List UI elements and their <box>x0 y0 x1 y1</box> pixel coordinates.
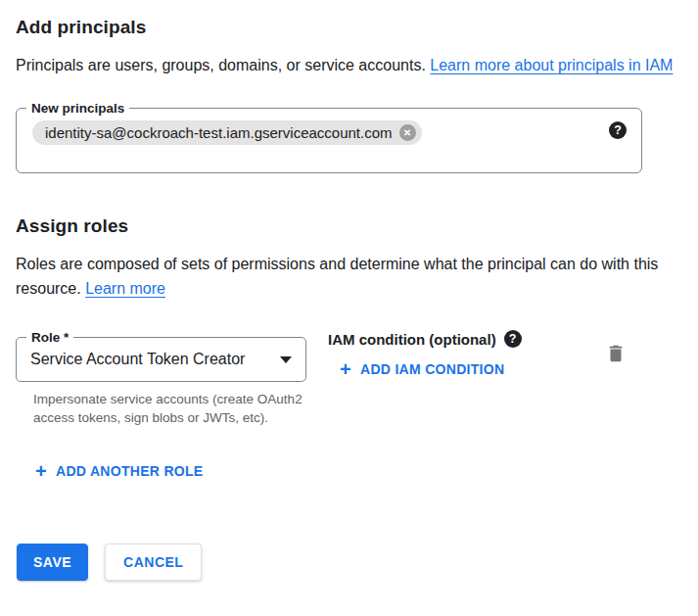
role-label: Role * <box>26 329 73 346</box>
dropdown-arrow-icon <box>280 356 292 363</box>
new-principals-help-icon[interactable]: ? <box>609 121 627 139</box>
trash-icon <box>605 353 627 367</box>
remove-principal-icon[interactable]: ✕ <box>399 124 416 141</box>
principal-chip-value: identity-sa@cockroach-test.iam.gservicea… <box>45 124 393 141</box>
plus-icon: + <box>35 463 47 479</box>
add-principals-panel: Add principals Principals are users, gro… <box>0 0 698 600</box>
delete-role-column <box>605 343 627 368</box>
principals-description: Principals are users, groups, domains, o… <box>16 53 674 77</box>
dialog-actions: SAVE CANCEL <box>16 544 682 581</box>
assign-roles-title: Assign roles <box>16 215 682 237</box>
iam-condition-label: IAM condition (optional) <box>328 331 496 348</box>
role-helper-text: Impersonate service accounts (create OAu… <box>33 390 312 427</box>
add-iam-condition-label: ADD IAM CONDITION <box>360 361 504 377</box>
new-principals-label: New principals <box>26 100 129 117</box>
delete-role-button[interactable] <box>605 343 627 367</box>
learn-more-principals-link[interactable]: Learn more about principals in IAM <box>430 57 673 73</box>
assign-roles-description: Roles are composed of sets of permission… <box>16 252 674 301</box>
role-column: Role * Service Account Token Creator Imp… <box>16 330 306 427</box>
role-row: Role * Service Account Token Creator Imp… <box>16 330 682 427</box>
plus-icon: + <box>340 361 351 377</box>
principal-chip: identity-sa@cockroach-test.iam.gservicea… <box>32 120 422 145</box>
cancel-button[interactable]: CANCEL <box>105 544 202 581</box>
learn-more-roles-link[interactable]: Learn more <box>85 280 165 297</box>
add-another-role-button[interactable]: + ADD ANOTHER ROLE <box>35 463 204 479</box>
save-button[interactable]: SAVE <box>17 544 88 581</box>
role-selected-value: Service Account Token Creator <box>30 351 245 368</box>
role-select[interactable]: Role * Service Account Token Creator <box>16 337 306 382</box>
iam-condition-column: IAM condition (optional) ? + ADD IAM CON… <box>328 330 522 380</box>
add-another-role-label: ADD ANOTHER ROLE <box>56 463 204 479</box>
new-principals-field[interactable]: New principals identity-sa@cockroach-tes… <box>16 108 642 173</box>
page-title: Add principals <box>16 17 682 38</box>
iam-condition-help-icon[interactable]: ? <box>504 330 522 348</box>
add-iam-condition-button[interactable]: + ADD IAM CONDITION <box>340 361 504 377</box>
principals-description-text: Principals are users, groups, domains, o… <box>16 57 426 73</box>
